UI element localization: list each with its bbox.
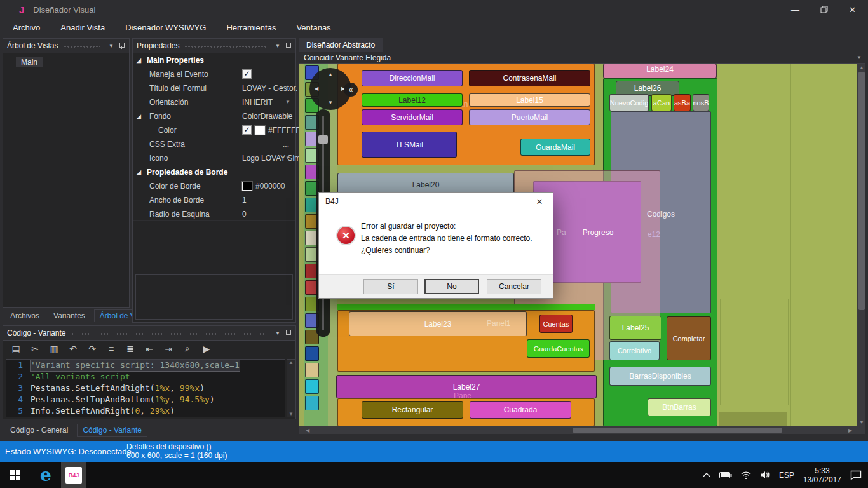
menu-ventanas[interactable]: Ventanas — [288, 20, 338, 35]
chevron-down-icon[interactable]: ▼ — [285, 99, 290, 105]
tab-variantes[interactable]: Variantes — [48, 310, 90, 322]
property-value[interactable]: Logo LOVAY Simp — [242, 154, 305, 163]
widget-label23[interactable]: Label23 — [349, 311, 527, 336]
checkbox-checked[interactable]: ✓ — [242, 69, 252, 79]
undo-icon[interactable]: ↶ — [67, 344, 79, 354]
tray-expand-icon[interactable] — [703, 473, 710, 478]
uncomment-icon[interactable]: ≣ — [124, 344, 137, 354]
color-swatch-white[interactable] — [255, 126, 265, 135]
widget-contrasenamail[interactable]: ContrasenaMail — [469, 70, 590, 86]
scrollbar-thumb[interactable] — [858, 72, 865, 310]
menu-disenador-wysiwyg[interactable]: Diseñador WYSIWYG — [118, 20, 214, 35]
widget-cuadrada[interactable]: Cuadrada — [470, 401, 571, 419]
shift-right-icon[interactable]: ⇥ — [162, 344, 175, 354]
widget-servidormail[interactable]: ServidorMail — [362, 109, 463, 125]
widget-label25[interactable]: Label25 — [609, 316, 661, 340]
scroll-up-icon[interactable]: ▲ — [859, 65, 864, 71]
coincidir-variante-button[interactable]: Coincidir Variante Elegida — [299, 53, 391, 62]
widget-asba[interactable]: asBa — [674, 94, 691, 111]
widget-acan[interactable]: aCan — [651, 94, 672, 111]
widget-direccionmail[interactable]: DireccionMail — [362, 70, 463, 86]
property-row-icono[interactable]: Icono Logo LOVAY Simp ▼ — [133, 151, 295, 165]
scroll-right-icon[interactable]: ▶ — [848, 428, 852, 433]
code-vertical-scrollbar[interactable]: ▲ ▼ — [287, 359, 295, 417]
close-button[interactable]: ✕ — [838, 0, 867, 19]
scroll-left-icon[interactable]: ◀ — [306, 428, 309, 433]
volume-icon[interactable] — [760, 471, 770, 479]
widget-label24[interactable]: Label24 — [603, 64, 717, 78]
property-value[interactable]: INHERIT — [242, 98, 273, 107]
tab-codigo-variante[interactable]: Código - Variante — [77, 424, 147, 437]
dialog-close-button[interactable]: ✕ — [526, 193, 553, 210]
chevron-down-icon[interactable]: ▼ — [285, 155, 290, 161]
scroll-up-icon[interactable]: ▲ — [288, 360, 294, 365]
view-swatch[interactable] — [305, 346, 319, 361]
scroll-down-icon[interactable]: ▼ — [859, 419, 864, 425]
widget-tlsmail[interactable]: TLSMail — [362, 132, 457, 158]
expander-icon[interactable]: ◢ — [137, 113, 141, 119]
property-row-titulo[interactable]: Título del Formul LOVAY - Gestor. — [133, 81, 295, 95]
property-row-radio-esquina[interactable]: Radio de Esquina 0 — [133, 207, 295, 221]
redo-icon[interactable]: ↷ — [86, 344, 98, 354]
widget-cuentas[interactable]: Cuentas — [539, 315, 573, 333]
cut-icon[interactable]: ✂ — [29, 344, 41, 354]
action-center-icon[interactable] — [850, 470, 862, 480]
property-value[interactable]: 1 — [242, 196, 247, 205]
tab-archivos[interactable]: Archivos — [5, 310, 44, 322]
collapse-button[interactable]: « — [344, 83, 358, 97]
property-value[interactable]: 0 — [242, 210, 247, 219]
slider-handle[interactable] — [318, 135, 328, 144]
widget-completar[interactable]: Completar — [667, 316, 711, 360]
language-indicator[interactable]: ESP — [779, 471, 794, 480]
canvas-vertical-scrollbar[interactable]: ▲ ▼ — [857, 64, 865, 426]
scrollbar-thumb[interactable] — [573, 428, 782, 433]
property-row-color[interactable]: Color ✓ #FFFFFFFF — [133, 123, 295, 137]
minimize-button[interactable]: — — [781, 0, 810, 19]
property-row-fondo[interactable]: ◢ Fondo ColorDrawable ▼ — [133, 109, 295, 123]
b4j-taskbar-button[interactable]: B4J — [61, 462, 86, 488]
color-swatch-black[interactable] — [242, 182, 252, 191]
view-swatch[interactable] — [305, 379, 319, 394]
widget-barrasdisponibles[interactable]: BarrasDisponibles — [609, 367, 711, 386]
start-button[interactable] — [0, 462, 31, 488]
pin-icon[interactable] — [118, 42, 125, 50]
menu-anadir-vista[interactable]: Añadir Vista — [53, 20, 112, 35]
chevron-left-icon[interactable]: ◀ — [315, 86, 318, 92]
widget-correlativo[interactable]: Correlativo — [609, 341, 660, 360]
menu-herramientas[interactable]: Herramientas — [219, 20, 283, 35]
chevron-down-icon[interactable]: ▼ — [285, 113, 290, 119]
cancel-button[interactable]: Cancelar — [487, 279, 541, 294]
property-row-css-extra[interactable]: CSS Extra ... — [133, 137, 295, 151]
restore-button[interactable] — [810, 0, 838, 19]
scroll-down-icon[interactable]: ▼ — [288, 411, 294, 417]
code-editor[interactable]: 1'Variant specific script: 1340x680,scal… — [6, 359, 285, 417]
expander-icon[interactable]: ◢ — [137, 169, 141, 175]
property-value[interactable]: #000000 — [255, 182, 285, 191]
widget-btnbarras[interactable]: BtnBarras — [648, 398, 711, 416]
expander-icon[interactable]: ◢ — [137, 57, 141, 64]
property-row-color-borde[interactable]: Color de Borde #000000 — [133, 179, 295, 193]
pin-icon[interactable] — [284, 42, 292, 50]
property-row-ancho-borde[interactable]: Ancho de Borde 1 — [133, 193, 295, 207]
tab-codigo-general[interactable]: Código - General — [5, 424, 73, 436]
widget-nuevocodigo[interactable]: NuevoCodig — [609, 94, 649, 111]
property-group-borde[interactable]: ◢ Propiedades de Borde — [133, 165, 295, 179]
tree-item-main[interactable]: Main — [16, 57, 43, 67]
edge-taskbar-button[interactable]: e — [31, 462, 61, 488]
checkbox-checked[interactable]: ✓ — [242, 125, 252, 135]
chevron-down-icon[interactable]: ▼ — [328, 100, 333, 105]
property-row-maneja-evento[interactable]: Maneja el Evento ✓ — [133, 67, 295, 81]
wifi-icon[interactable] — [741, 471, 751, 479]
property-row-orientacion[interactable]: Orientación INHERIT ▼ — [133, 95, 295, 109]
menu-archivo[interactable]: Archivo — [5, 20, 48, 35]
yes-button[interactable]: Sí — [363, 279, 418, 294]
widget-guardamail[interactable]: GuardaMail — [520, 139, 590, 156]
chevron-up-icon[interactable]: ▲ — [328, 72, 333, 78]
widget-rectangular[interactable]: Rectangular — [362, 401, 463, 419]
battery-icon[interactable] — [719, 471, 732, 479]
chevron-down-icon[interactable]: ▼ — [271, 330, 284, 336]
comment-icon[interactable]: ≡ — [105, 344, 118, 354]
widget-guardacuentas[interactable]: GuardaCuentas — [527, 339, 590, 358]
view-swatch[interactable] — [305, 363, 319, 377]
canvas-horizontal-scrollbar[interactable]: ◀ ▶ — [299, 426, 865, 434]
